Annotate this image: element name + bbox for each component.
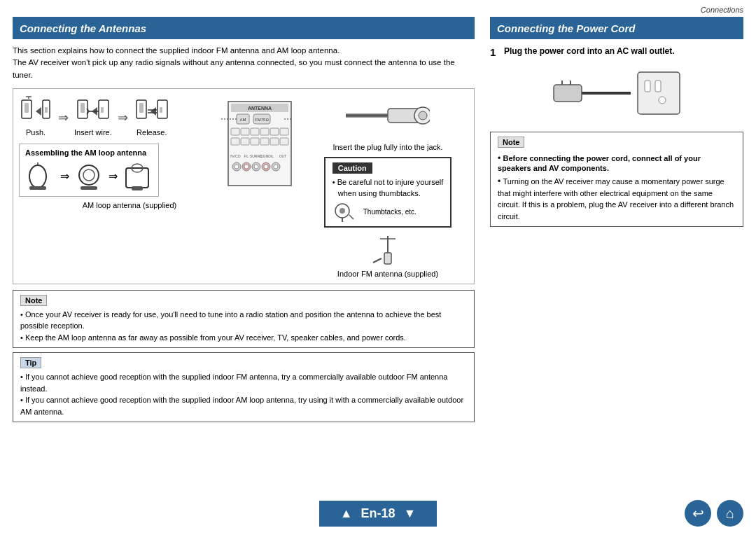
receiver-panel-svg: ANTENNA AM FM75Ω [221,95,298,193]
left-column: Connecting the Antennas This section exp… [13,17,475,422]
svg-line-76 [349,215,354,219]
svg-rect-41 [260,128,269,135]
step1-row: 1 Plug the power cord into an AC wall ou… [490,46,743,58]
svg-marker-2 [36,107,41,116]
main-diagram: Push. ⇒ [13,88,475,284]
left-section-title: Connecting the Antennas [13,17,475,39]
note-text2: • Keep the AM loop antenna as far away a… [20,332,467,344]
thumbtack-icon [332,202,358,222]
right-note-box: Note • Before connecting the power cord,… [490,132,743,227]
svg-text:C/GND/L: C/GND/L [260,154,274,158]
svg-rect-11 [101,107,104,113]
svg-point-25 [79,165,99,185]
note-text1: • Once your AV receiver is ready for use… [20,309,467,332]
right-note-content: • Before connecting the power cord, conn… [498,153,736,222]
step1-num: 1 [490,46,500,58]
release-item: Release. [134,95,170,137]
page-number: En-18 [360,506,395,521]
intro-paragraph: This section explains how to connect the… [13,45,475,81]
svg-rect-83 [655,81,661,92]
svg-rect-82 [645,81,650,92]
svg-rect-38 [231,128,239,135]
page: Connections Connecting the Antennas This… [0,0,756,535]
svg-rect-19 [160,107,162,113]
svg-line-80 [373,258,382,263]
push-label: Push. [26,128,46,137]
svg-text:AM: AM [240,118,246,122]
right-note-header: Note [498,137,524,148]
svg-rect-39 [241,128,249,135]
svg-text:FL: FL [244,154,248,158]
svg-rect-16 [139,103,144,113]
push-icon [19,95,52,128]
note-normal1: Turning on the AV receiver may cause a m… [498,177,734,221]
am-loop-icon3 [122,161,153,192]
step1-text: Plug the power cord into an AC wall outl… [504,46,675,56]
tip-header-label: Tip [20,357,41,368]
svg-rect-30 [132,186,143,190]
prev-arrow[interactable]: ▲ [340,506,353,521]
connections-label: Connections [701,6,743,14]
bottom-note-box: Note • Once your AV receiver is ready fo… [13,290,475,349]
svg-rect-28 [126,168,148,188]
svg-rect-48 [270,138,279,145]
insert-label: Insert wire. [74,128,112,137]
caution-content: • Be careful not to injure yourself when… [332,176,444,200]
svg-rect-42 [270,128,279,135]
power-cord-illustration [490,65,743,123]
note-normal-row: • Turning on the AV receiver may cause a… [498,176,736,222]
svg-rect-27 [80,186,97,190]
power-cord-svg [547,65,687,121]
svg-rect-1 [24,103,29,113]
svg-rect-46 [251,138,259,145]
receiver-panel: ANTENNA AM FM75Ω [218,95,302,193]
svg-text:OUT: OUT [279,154,287,158]
svg-text:TV/CD: TV/CD [230,154,241,158]
svg-rect-85 [554,85,582,102]
svg-point-64 [274,165,278,169]
fm-antenna-icon [370,232,405,267]
svg-rect-43 [280,128,288,135]
plug-caption: Insert the plug fully into the jack. [332,143,442,151]
svg-text:ANTENNA: ANTENNA [248,106,272,111]
svg-point-56 [234,165,239,169]
note-header-label: Note [20,295,47,306]
am-loop-icon2 [74,161,104,192]
svg-marker-17 [150,107,156,116]
fm-plug-svg [346,95,430,137]
am-loop-caption: AM loop antenna (supplied) [19,201,212,209]
svg-point-22 [29,165,46,188]
insert-icon [75,95,111,128]
svg-rect-23 [29,186,46,190]
fm-plug [346,95,430,139]
tip-text2: • If you cannot achieve good reception w… [20,394,467,417]
back-button[interactable]: ↩ [685,500,711,527]
svg-rect-77 [384,253,391,264]
am-loop-row: ⇒ ⇒ [25,161,153,192]
am-loop-box: Assembling the AM loop antenna ⇒ [19,144,159,197]
left-diagram-inner: Push. ⇒ [19,95,212,209]
svg-rect-4 [45,107,48,113]
right-section-title: Connecting the Power Cord [490,17,743,39]
svg-point-84 [659,97,666,104]
thumbtacks-label: Thumbtacks, etc. [363,208,416,216]
arrow2: ⇒ [118,110,128,125]
home-button[interactable]: ⌂ [717,500,743,527]
am-loop-icon1 [25,161,56,192]
push-row: Push. ⇒ [19,95,212,137]
svg-rect-8 [80,103,85,113]
note-bold1: Before connecting the power cord, connec… [498,154,701,172]
svg-text:FM75Ω: FM75Ω [255,118,269,122]
right-diagram-inner: Insert the plug fully into the jack. Cau… [307,95,468,278]
back-icon: ↩ [692,505,704,522]
push-item: Push. [19,95,52,137]
bottom-right-nav: ↩ ⌂ [685,500,743,527]
svg-point-60 [254,165,258,169]
thumbtack-row: Thumbtacks, etc. [332,202,444,222]
next-arrow[interactable]: ▼ [404,506,416,521]
tip-box: Tip • If you cannot achieve good recepti… [13,352,475,422]
bottom-nav: ▲ En-18 ▼ [0,501,756,527]
diagram-inner: Push. ⇒ [19,95,468,278]
release-label: Release. [136,128,167,137]
caution-header: Caution [332,162,372,174]
